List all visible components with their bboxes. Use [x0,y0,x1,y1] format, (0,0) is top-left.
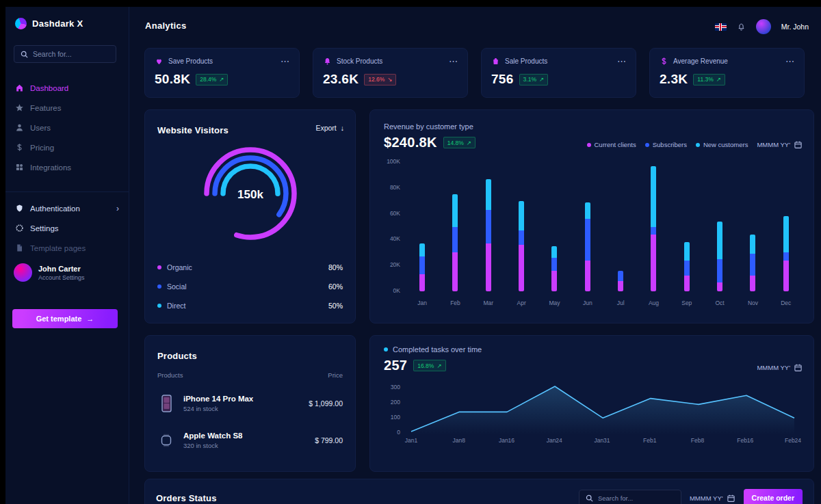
sidebar-item-template-pages[interactable]: Template pages [14,238,120,258]
revenue-total: $240.8K [384,135,437,150]
orders-search-input[interactable] [598,494,675,502]
sidebar: Dashdark X DashboardFeaturesUsersPricing… [5,7,129,504]
x-tick-label: Jan24 [547,437,562,444]
bar-stack [519,201,524,291]
kpi-label: Save Products [168,57,213,65]
bar-feb [439,163,471,291]
bar-jan [406,163,439,291]
bar-sep [670,163,703,291]
product-price: $ 1,099.00 [309,399,343,408]
products-table-header: Products Price [157,371,343,379]
more-options-icon[interactable]: ⋯ [617,59,626,64]
sidebar-item-pricing[interactable]: Pricing [14,137,120,157]
sidebar-primary-nav: DashboardFeaturesUsersPricingIntegration… [14,78,120,177]
tasks-title: Completed tasks over time [393,345,482,354]
kpi-delta-value: 11.3% [697,76,713,83]
sidebar-item-users[interactable]: Users [14,118,120,137]
revenue-legend-subscribers: Subscribers [645,141,687,148]
bar-segment [684,261,690,276]
bar-segment [684,242,690,260]
sidebar-search[interactable] [14,45,116,63]
x-tick-label: Feb8 [691,437,704,444]
sidebar-search-input[interactable] [33,50,110,58]
sidebar-item-integrations[interactable]: Integrations [14,157,120,177]
product-row[interactable]: iPhone 14 Pro Max524 in stock$ 1,099.00 [157,385,343,422]
bar-segment [486,179,491,210]
orders-date-picker[interactable]: MMMM YY' [690,494,735,503]
bar-segment [783,261,789,291]
revenue-legend-new-customers: New customers [696,141,748,148]
products-column-header: Products [157,371,183,379]
kpi-value: 50.8K [155,72,190,87]
bar-segment [618,271,623,281]
create-order-button[interactable]: Create order [744,489,803,504]
sidebar-item-dashboard[interactable]: Dashboard [14,78,120,98]
orders-search[interactable] [579,490,681,504]
kpi-card-average-revenue: Average Revenue⋯2.3K11.3%↗ [649,48,805,98]
app-logo[interactable]: Dashdark X [15,18,83,29]
get-template-button[interactable]: Get template → [12,309,118,328]
products-table-body: iPhone 14 Pro Max524 in stock$ 1,099.00A… [157,385,343,459]
trend-up-icon: ↗ [436,362,441,369]
bar-stack [783,216,789,291]
y-tick-label: 300 [391,384,400,390]
revenue-delta-badge: 14.8% ↗ [443,137,475,148]
language-flag-icon[interactable] [715,23,727,31]
revenue-date-picker[interactable]: MMMM YY' [757,140,803,149]
sidebar-item-label: Authentication [30,204,80,213]
bar-segment [783,216,789,252]
export-button[interactable]: Export ↓ [315,124,344,132]
revenue-y-axis: 0K20K40K60K80K100K [378,163,400,291]
bar-segment [717,222,722,259]
kpi-delta-value: 3.1% [523,76,536,83]
revenue-card: Revenue by customer type $240.8K 14.8% ↗… [369,109,814,323]
sidebar-item-authentication[interactable]: Authentication› [14,198,120,218]
bar-segment [717,259,722,282]
bar-aug [637,163,670,291]
legend-dot-icon [157,304,161,308]
kpi-value-row: 50.8K28.4%↗ [155,72,289,87]
legend-value: 80% [328,263,343,271]
sidebar-item-features[interactable]: Features [14,98,120,118]
visitors-title: Website Visitors [157,125,229,135]
y-tick-label: 0 [397,429,400,436]
user-avatar[interactable] [756,19,771,34]
more-options-icon[interactable]: ⋯ [785,59,794,64]
bar-segment [618,281,623,291]
bar-segment [486,243,491,291]
notifications-bell-icon[interactable] [737,23,746,31]
kpi-value: 2.3K [660,72,688,87]
bell-icon [323,57,332,66]
x-tick-label: Nov [736,300,769,306]
product-price: $ 799.00 [315,436,343,445]
kpi-card-stock-products: Stock Products⋯23.6K12.6%↘ [313,48,468,98]
more-options-icon[interactable]: ⋯ [449,59,458,64]
sidebar-profile[interactable]: John Carter Account Settings [14,263,85,282]
bar-segment [519,245,524,291]
bar-segment [684,276,690,291]
product-row[interactable]: Apple Watch S8320 in stock$ 799.00 [157,422,343,459]
chevron-right-icon: › [116,204,119,213]
more-options-icon[interactable]: ⋯ [281,59,289,64]
x-tick-label: Feb16 [737,437,753,444]
download-arrow-icon: ↓ [341,124,344,132]
bar-segment [452,227,458,253]
x-tick-label: Mar [472,300,505,306]
sidebar-item-settings[interactable]: Settings [14,218,120,238]
app-name: Dashdark X [32,18,83,29]
tasks-bullet-icon [384,347,388,352]
x-tick-label: Feb24 [785,437,801,444]
bar-segment [651,227,656,235]
shield-icon [15,204,24,213]
tasks-date-picker[interactable]: MMMM YY' [757,363,803,372]
revenue-legend-row: Current clientsSubscribersNew customers … [587,140,803,149]
user-name: Mr. John [781,23,809,31]
trend-up-icon: ↗ [539,76,544,83]
completed-tasks-card: Completed tasks over time 257 16.8% ↗ MM… [369,335,814,472]
bar-segment [750,276,755,291]
bar-segment [452,194,458,226]
sidebar-divider [5,191,129,192]
x-tick-label: Aug [637,300,670,306]
legend-item-social: Social60% [157,277,343,296]
trend-down-icon: ↘ [387,76,392,83]
